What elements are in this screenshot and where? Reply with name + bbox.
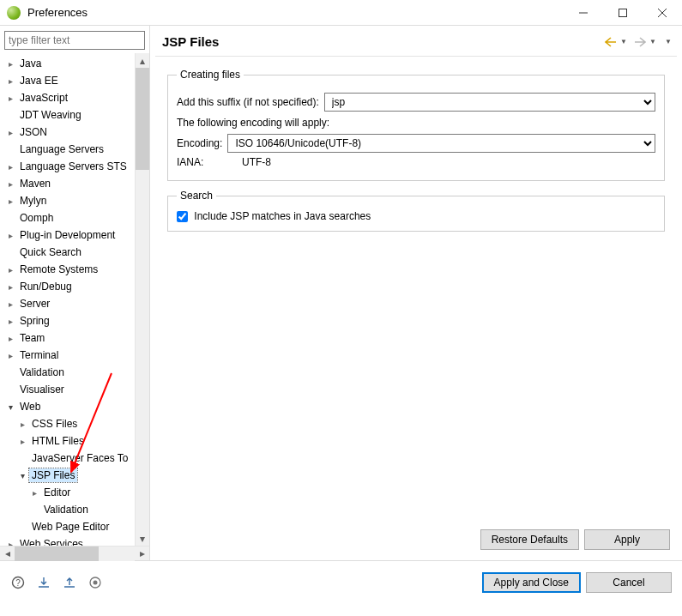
creating-files-group: Creating files Add this suffix (if not s… xyxy=(167,69,665,181)
collapsed-icon[interactable]: ▸ xyxy=(5,58,15,69)
page-body: Creating files Add this suffix (if not s… xyxy=(155,56,677,522)
tree-item[interactable]: Validation xyxy=(0,364,135,381)
tree-item[interactable]: Quick Search xyxy=(0,244,135,261)
collapsed-icon[interactable]: ▸ xyxy=(5,75,15,86)
no-twisty xyxy=(29,504,39,515)
collapsed-icon[interactable]: ▸ xyxy=(17,436,27,446)
tree-item-label: Java xyxy=(17,57,44,70)
include-jsp-checkbox-input[interactable] xyxy=(177,211,188,222)
maximize-button[interactable] xyxy=(603,0,643,26)
tree-item[interactable]: Validation xyxy=(0,501,135,518)
tree-item-label: Spring xyxy=(17,314,52,328)
tree-item[interactable]: JavaServer Faces To xyxy=(0,450,135,467)
tree-item[interactable]: ▸Plug-in Development xyxy=(0,226,135,244)
tree-item[interactable]: ▸Language Servers STS xyxy=(0,158,135,175)
collapsed-icon[interactable]: ▸ xyxy=(5,316,15,326)
tree-item[interactable]: ▸JavaScript xyxy=(0,89,135,106)
tree-item[interactable]: JDT Weaving xyxy=(0,106,135,124)
tree-item[interactable]: ▸Terminal xyxy=(0,347,135,364)
tree-item[interactable]: Web Page Editor xyxy=(0,518,135,535)
collapsed-icon[interactable]: ▸ xyxy=(5,178,15,189)
scroll-up-icon[interactable]: ▴ xyxy=(136,53,149,68)
tree-item[interactable]: ▸HTML Files xyxy=(0,432,135,450)
tree-item-label: JSON xyxy=(17,125,50,139)
collapsed-icon[interactable]: ▸ xyxy=(5,161,15,172)
filter-input[interactable] xyxy=(4,31,145,50)
app-icon xyxy=(7,6,21,20)
collapsed-icon[interactable]: ▸ xyxy=(5,350,15,360)
expanded-icon[interactable]: ▾ xyxy=(5,402,15,412)
nav-forward-button[interactable] xyxy=(634,37,646,47)
tree-item-label: Server xyxy=(17,297,52,311)
suffix-label: Add this suffix (if not specified): xyxy=(177,96,319,108)
expanded-icon[interactable]: ▾ xyxy=(17,470,27,480)
collapsed-icon[interactable]: ▸ xyxy=(5,333,15,343)
export-icon[interactable] xyxy=(62,575,77,590)
hscroll-thumb[interactable] xyxy=(15,547,99,561)
tree-item[interactable]: ▾JSP Files xyxy=(0,467,135,484)
tree-item[interactable]: ▸JSON xyxy=(0,124,135,141)
scroll-left-icon[interactable]: ◂ xyxy=(0,547,15,561)
help-icon[interactable]: ? xyxy=(10,575,26,590)
collapsed-icon[interactable]: ▸ xyxy=(5,264,15,275)
tree-item[interactable]: Language Servers xyxy=(0,141,135,158)
collapsed-icon[interactable]: ▸ xyxy=(5,196,15,206)
tree-item[interactable]: ▸Remote Systems xyxy=(0,261,135,278)
tree-item[interactable]: ▸Java xyxy=(0,55,135,72)
close-button[interactable] xyxy=(643,0,682,26)
scroll-right-icon[interactable]: ▸ xyxy=(135,547,149,561)
tree-item[interactable]: ▸Mylyn xyxy=(0,192,135,209)
tree-item[interactable]: ▸Run/Debug xyxy=(0,278,135,295)
tree-item[interactable]: ▸Server xyxy=(0,295,135,312)
preference-tree[interactable]: ▸Java▸Java EE▸JavaScriptJDT Weaving▸JSON… xyxy=(0,53,149,546)
collapsed-icon[interactable]: ▸ xyxy=(5,299,15,309)
collapsed-icon[interactable]: ▸ xyxy=(17,419,27,429)
tree-item[interactable]: ▸Maven xyxy=(0,175,135,192)
cancel-button[interactable]: Cancel xyxy=(586,572,672,593)
creating-files-legend: Creating files xyxy=(177,69,244,81)
nav-back-menu[interactable]: ▼ xyxy=(620,38,627,45)
bottom-tools: ? xyxy=(10,575,103,590)
tree-item[interactable]: ▸Spring xyxy=(0,312,135,329)
scroll-down-icon[interactable]: ▾ xyxy=(136,531,149,546)
collapsed-icon[interactable]: ▸ xyxy=(5,93,15,103)
collapsed-icon[interactable]: ▸ xyxy=(5,127,15,137)
tree-item[interactable]: ▸Team xyxy=(0,329,135,347)
search-legend: Search xyxy=(177,190,216,202)
collapsed-icon[interactable]: ▸ xyxy=(5,281,15,292)
toolbar-menu[interactable]: ▼ xyxy=(665,38,672,45)
suffix-combo[interactable]: jsp xyxy=(324,93,655,112)
tree-item-label: Validation xyxy=(17,365,67,379)
svg-rect-1 xyxy=(619,9,627,16)
tree-item[interactable]: ▸Java EE xyxy=(0,72,135,89)
tree-item[interactable]: ▾Web xyxy=(0,398,135,415)
tree-item-label: Oomph xyxy=(17,211,56,225)
tree-horizontal-scrollbar[interactable]: ◂ ▸ xyxy=(0,546,149,560)
iana-value: UTF-8 xyxy=(242,156,271,168)
collapsed-icon[interactable]: ▸ xyxy=(5,539,15,546)
tree-vertical-scrollbar[interactable]: ▴ ▾ xyxy=(135,53,149,546)
import-icon[interactable] xyxy=(36,575,51,590)
collapsed-icon[interactable]: ▸ xyxy=(5,230,15,240)
nav-back-button[interactable] xyxy=(605,37,617,47)
tree-item-label: Web xyxy=(17,400,43,414)
tree-item[interactable]: Visualiser xyxy=(0,381,135,398)
tree-item-label: JDT Weaving xyxy=(17,108,84,122)
tree-item-label: Quick Search xyxy=(17,245,84,259)
apply-button[interactable]: Apply xyxy=(584,529,670,550)
tree-item[interactable]: Oomph xyxy=(0,209,135,226)
svg-point-7 xyxy=(94,581,98,585)
restore-defaults-button[interactable]: Restore Defaults xyxy=(480,529,579,550)
nav-forward-menu[interactable]: ▼ xyxy=(649,38,656,45)
oomph-recorder-icon[interactable] xyxy=(88,575,103,590)
tree-item[interactable]: ▸CSS Files xyxy=(0,415,135,432)
apply-and-close-button[interactable]: Apply and Close xyxy=(482,572,581,593)
tree-item[interactable]: ▸Web Services xyxy=(0,535,135,546)
minimize-button[interactable] xyxy=(564,0,603,26)
include-jsp-checkbox[interactable]: Include JSP matches in Java searches xyxy=(177,210,371,222)
collapsed-icon[interactable]: ▸ xyxy=(29,487,39,498)
encoding-combo[interactable]: ISO 10646/Unicode(UTF-8) xyxy=(227,134,655,153)
scroll-thumb[interactable] xyxy=(136,68,149,170)
tree-item[interactable]: ▸Editor xyxy=(0,484,135,501)
iana-label: IANA: xyxy=(177,156,220,168)
